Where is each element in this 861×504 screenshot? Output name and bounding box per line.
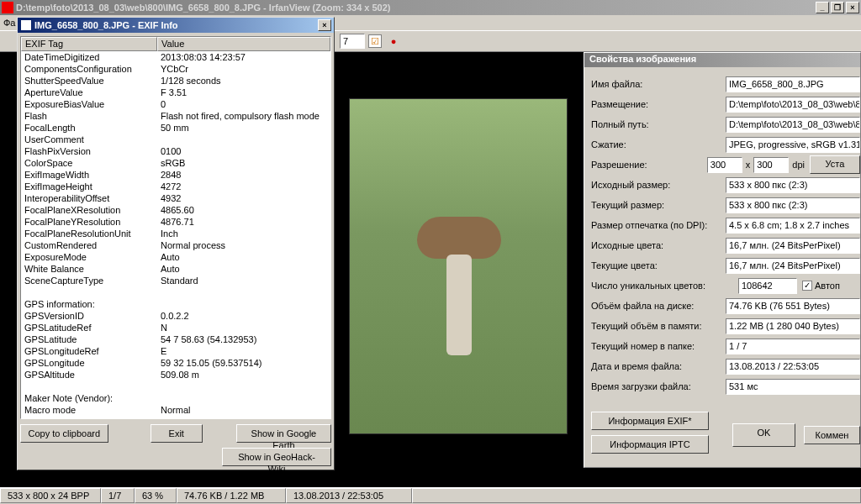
- exif-row[interactable]: White BalanceAuto: [21, 263, 330, 275]
- exif-row[interactable]: [21, 381, 330, 392]
- exif-row[interactable]: FlashFlash not fired, compulsory flash m…: [21, 110, 330, 122]
- maximize-button[interactable]: ❐: [831, 2, 844, 13]
- exif-list[interactable]: EXIF Tag Value DateTimeDigitized2013:08:…: [20, 36, 331, 419]
- exif-value: [157, 392, 330, 404]
- exif-value: Flash not fired, compulsory flash mode: [157, 110, 330, 122]
- exif-row[interactable]: UserComment: [21, 134, 330, 145]
- exif-tag: Flash: [21, 110, 157, 122]
- value-load-time[interactable]: 531 мс: [726, 379, 860, 395]
- status-size: 74.76 KB / 1.22 MB: [177, 488, 286, 503]
- exif-row[interactable]: GPSLongitudeRefE: [21, 345, 330, 357]
- exif-tag: FocalPlaneYResolution: [21, 216, 157, 228]
- label-fullpath: Полный путь:: [591, 119, 726, 129]
- exif-row[interactable]: Self timerOff: [21, 416, 330, 418]
- exif-titlebar[interactable]: IMG_6658_800_8.JPG - EXIF Info ×: [18, 18, 334, 33]
- value-print-size[interactable]: 4.5 x 6.8 cm; 1.8 x 2.7 inches: [726, 218, 860, 234]
- set-resolution-button[interactable]: Уста: [810, 155, 860, 174]
- exif-row[interactable]: ComponentsConfigurationYCbCr: [21, 63, 330, 75]
- page-input[interactable]: [340, 34, 365, 49]
- exif-buttons: Copy to clipboard Exit Show in Google Ea…: [20, 424, 331, 466]
- value-orig-colors[interactable]: 16,7 млн. (24 BitsPerPixel): [726, 238, 860, 254]
- value-index[interactable]: 1 / 7: [726, 339, 860, 354]
- exif-row[interactable]: ExifImageHeight4272: [21, 181, 330, 192]
- exif-tag: CustomRendered: [21, 239, 157, 251]
- exif-row[interactable]: [21, 286, 330, 298]
- value-unique-colors[interactable]: 108642: [738, 278, 797, 294]
- exif-row[interactable]: DateTimeDigitized2013:08:03 14:23:57: [21, 51, 330, 63]
- exif-row[interactable]: Macro modeNormal: [21, 404, 330, 416]
- exif-row[interactable]: FlashPixVersion0100: [21, 145, 330, 157]
- label-compression: Сжатие:: [591, 139, 726, 150]
- exif-row[interactable]: CustomRenderedNormal process: [21, 239, 330, 251]
- exif-tag: GPSLongitude: [21, 357, 157, 369]
- ok-button[interactable]: OK: [732, 423, 795, 447]
- red-dot-icon[interactable]: ●: [385, 33, 402, 50]
- exif-header-value[interactable]: Value: [157, 37, 330, 51]
- value-mem-size[interactable]: 1.22 MB (1 280 040 Bytes): [726, 318, 860, 334]
- exif-value: 4865.60: [157, 204, 330, 216]
- value-cur-size[interactable]: 533 x 800 пкс (2:3): [726, 197, 860, 213]
- value-disk-size[interactable]: 74.76 KB (76 551 Bytes): [726, 298, 860, 314]
- exif-row[interactable]: SceneCaptureTypeStandard: [21, 275, 330, 286]
- resolution-y-input[interactable]: [753, 157, 789, 173]
- exit-button[interactable]: Exit: [151, 424, 203, 443]
- comment-button[interactable]: Коммен: [804, 426, 860, 444]
- value-fullpath[interactable]: D:\temp\foto\2013_08_03\web\8: [726, 117, 860, 133]
- exif-row[interactable]: FocalPlaneResolutionUnitInch: [21, 228, 330, 239]
- exif-row[interactable]: GPSLatitude54 7 58.63 (54.132953): [21, 333, 330, 345]
- exif-row[interactable]: GPS information:: [21, 298, 330, 310]
- exif-row[interactable]: FocalPlaneYResolution4876.71: [21, 216, 330, 228]
- exif-row[interactable]: GPSLongitude59 32 15.05 (59.537514): [21, 357, 330, 369]
- exif-tag: ColorSpace: [21, 157, 157, 169]
- main-window-titlebar: D:\temp\foto\2013_08_03\web\800\IMG_6658…: [0, 0, 861, 15]
- exif-row[interactable]: InteroperabilityOffset4932: [21, 192, 330, 204]
- google-earth-button[interactable]: Show in Google Earth: [236, 424, 331, 443]
- exif-info-button[interactable]: Информация EXIF*: [591, 412, 709, 430]
- close-button[interactable]: ×: [846, 2, 859, 13]
- exif-tag: ExposureBiasValue: [21, 98, 157, 110]
- exif-row[interactable]: ExposureBiasValue0: [21, 98, 330, 110]
- value-datetime[interactable]: 13.08.2013 / 22:53:05: [726, 359, 860, 375]
- label-cur-size: Текущий размер:: [591, 200, 726, 210]
- exif-value: 4272: [157, 181, 330, 192]
- exif-value: 1/128 seconds: [157, 75, 330, 87]
- exif-value: Standard: [157, 275, 330, 286]
- exif-row[interactable]: ExifImageWidth2848: [21, 169, 330, 181]
- geohack-button[interactable]: Show in GeoHack-Wiki: [222, 448, 331, 466]
- exif-row[interactable]: FocalPlaneXResolution4865.60: [21, 204, 330, 216]
- exif-tag: Self timer: [21, 416, 157, 418]
- exif-value: 54 7 58.63 (54.132953): [157, 333, 330, 345]
- label-index: Текущий номер в папке:: [591, 341, 726, 351]
- exif-row[interactable]: ShutterSpeedValue1/128 seconds: [21, 75, 330, 87]
- exif-row[interactable]: GPSLatitudeRefN: [21, 322, 330, 333]
- exif-row[interactable]: GPSAltitude509.08 m: [21, 369, 330, 381]
- value-folder[interactable]: D:\temp\foto\2013_08_03\web\8: [726, 97, 860, 113]
- exif-row[interactable]: Maker Note (Vendor):: [21, 392, 330, 404]
- exif-row[interactable]: FocalLength50 mm: [21, 122, 330, 134]
- copy-clipboard-button[interactable]: Copy to clipboard: [20, 424, 108, 443]
- menu-item[interactable]: Фа: [3, 18, 15, 28]
- exif-dialog: IMG_6658_800_8.JPG - EXIF Info × EXIF Ta…: [17, 17, 335, 470]
- exif-row[interactable]: ColorSpacesRGB: [21, 157, 330, 169]
- exif-value: 2013:08:03 14:23:57: [157, 51, 330, 63]
- value-orig-size[interactable]: 533 x 800 пкс (2:3): [726, 177, 860, 193]
- exif-tag: SceneCaptureType: [21, 275, 157, 286]
- exif-header-tag[interactable]: EXIF Tag: [21, 37, 157, 51]
- value-compression[interactable]: JPEG, progressive, sRGB v1.31 (C: [726, 137, 860, 153]
- exif-value: 2848: [157, 169, 330, 181]
- exif-tag: FocalPlaneResolutionUnit: [21, 228, 157, 239]
- checkbox-icon[interactable]: ☑: [368, 34, 382, 48]
- exif-close-button[interactable]: ×: [318, 19, 331, 31]
- value-cur-colors[interactable]: 16,7 млн. (24 BitsPerPixel): [726, 258, 860, 274]
- auto-checkbox[interactable]: ✓Автоп: [802, 281, 840, 291]
- label-resolution: Разрешение:: [591, 160, 707, 170]
- minimize-button[interactable]: _: [816, 2, 829, 13]
- exif-row[interactable]: ApertureValueF 3.51: [21, 87, 330, 98]
- resolution-x-input[interactable]: [707, 157, 742, 173]
- exif-value: 59 32 15.05 (59.537514): [157, 357, 330, 369]
- value-filename[interactable]: IMG_6658_800_8.JPG: [726, 76, 860, 92]
- exif-row[interactable]: ExposureModeAuto: [21, 251, 330, 263]
- exif-row[interactable]: GPSVersionID0.0.2.2: [21, 310, 330, 322]
- status-dimensions: 533 x 800 x 24 BPP: [0, 488, 101, 503]
- iptc-info-button[interactable]: Информация IPTC: [591, 435, 709, 454]
